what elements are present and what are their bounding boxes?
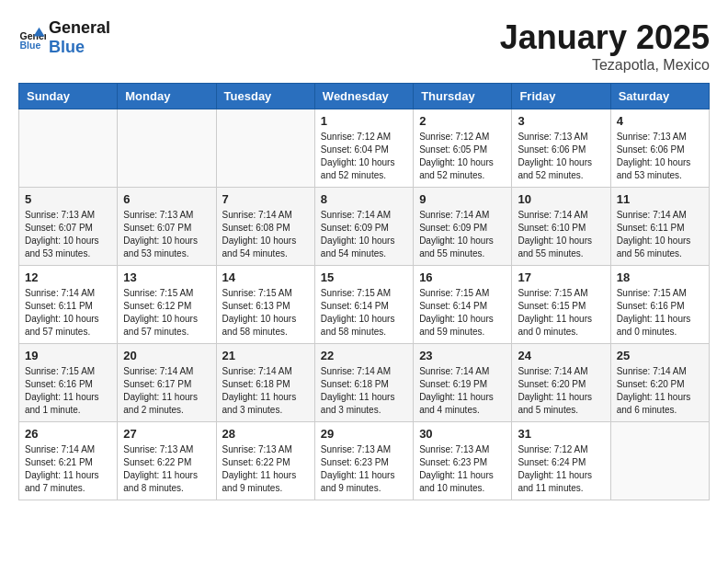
calendar-cell: 31Sunrise: 7:12 AMSunset: 6:24 PMDayligh… — [512, 422, 610, 500]
day-info: Sunrise: 7:13 AMSunset: 6:06 PMDaylight:… — [518, 131, 604, 182]
day-info: Sunrise: 7:14 AMSunset: 6:20 PMDaylight:… — [617, 365, 703, 417]
day-number: 11 — [617, 192, 703, 206]
calendar-week-1: 1Sunrise: 7:12 AMSunset: 6:04 PMDaylight… — [19, 109, 710, 188]
calendar-cell: 22Sunrise: 7:14 AMSunset: 6:18 PMDayligh… — [314, 344, 413, 422]
calendar-week-3: 12Sunrise: 7:14 AMSunset: 6:11 PMDayligh… — [19, 266, 710, 344]
day-info: Sunrise: 7:14 AMSunset: 6:11 PMDaylight:… — [617, 209, 703, 260]
day-number: 1 — [321, 114, 407, 128]
calendar-cell — [216, 109, 314, 188]
day-header-wednesday: Wednesday — [314, 84, 413, 109]
day-number: 28 — [222, 427, 309, 441]
day-info: Sunrise: 7:14 AMSunset: 6:17 PMDaylight:… — [123, 365, 210, 417]
calendar-cell: 30Sunrise: 7:13 AMSunset: 6:23 PMDayligh… — [414, 422, 512, 500]
calendar-cell: 14Sunrise: 7:15 AMSunset: 6:13 PMDayligh… — [216, 266, 314, 344]
day-info: Sunrise: 7:13 AMSunset: 6:23 PMDaylight:… — [419, 443, 506, 495]
calendar-cell — [610, 422, 709, 500]
calendar-cell: 17Sunrise: 7:15 AMSunset: 6:15 PMDayligh… — [512, 266, 610, 344]
calendar-week-4: 19Sunrise: 7:15 AMSunset: 6:16 PMDayligh… — [19, 344, 710, 422]
day-number: 20 — [123, 349, 210, 362]
title-block: January 2025 Tezapotla, Mexico — [500, 18, 710, 74]
day-number: 6 — [123, 192, 210, 206]
day-info: Sunrise: 7:14 AMSunset: 6:09 PMDaylight:… — [419, 209, 506, 260]
day-info: Sunrise: 7:14 AMSunset: 6:19 PMDaylight:… — [419, 365, 506, 417]
day-info: Sunrise: 7:14 AMSunset: 6:20 PMDaylight:… — [518, 365, 604, 417]
day-number: 25 — [617, 349, 703, 362]
day-number: 13 — [123, 270, 210, 284]
calendar-cell: 10Sunrise: 7:14 AMSunset: 6:10 PMDayligh… — [512, 188, 610, 266]
day-info: Sunrise: 7:13 AMSunset: 6:23 PMDaylight:… — [321, 443, 407, 495]
calendar-cell: 26Sunrise: 7:14 AMSunset: 6:21 PMDayligh… — [19, 422, 118, 500]
day-header-thursday: Thursday — [414, 84, 512, 109]
day-info: Sunrise: 7:13 AMSunset: 6:22 PMDaylight:… — [222, 443, 309, 495]
day-info: Sunrise: 7:15 AMSunset: 6:12 PMDaylight:… — [123, 287, 210, 339]
calendar-title: January 2025 — [500, 18, 710, 57]
logo: General Blue General Blue — [18, 18, 110, 57]
calendar-cell: 6Sunrise: 7:13 AMSunset: 6:07 PMDaylight… — [118, 188, 216, 266]
day-info: Sunrise: 7:14 AMSunset: 6:09 PMDaylight:… — [321, 209, 407, 260]
day-number: 22 — [321, 349, 407, 362]
calendar-cell: 8Sunrise: 7:14 AMSunset: 6:09 PMDaylight… — [314, 188, 413, 266]
day-info: Sunrise: 7:15 AMSunset: 6:14 PMDaylight:… — [419, 287, 506, 339]
day-info: Sunrise: 7:15 AMSunset: 6:16 PMDaylight:… — [25, 365, 111, 417]
day-number: 23 — [419, 349, 506, 362]
logo-text-general: General — [49, 18, 110, 38]
day-number: 21 — [222, 349, 309, 362]
day-number: 4 — [617, 114, 703, 128]
day-info: Sunrise: 7:13 AMSunset: 6:06 PMDaylight:… — [617, 131, 703, 182]
calendar-cell: 29Sunrise: 7:13 AMSunset: 6:23 PMDayligh… — [314, 422, 413, 500]
day-number: 18 — [617, 270, 703, 284]
day-number: 17 — [518, 270, 604, 284]
svg-text:Blue: Blue — [20, 40, 41, 51]
calendar-cell: 20Sunrise: 7:14 AMSunset: 6:17 PMDayligh… — [118, 344, 216, 422]
day-header-tuesday: Tuesday — [216, 84, 314, 109]
day-info: Sunrise: 7:14 AMSunset: 6:08 PMDaylight:… — [222, 209, 309, 260]
calendar-cell: 4Sunrise: 7:13 AMSunset: 6:06 PMDaylight… — [610, 109, 709, 188]
day-info: Sunrise: 7:14 AMSunset: 6:21 PMDaylight:… — [25, 443, 111, 495]
day-info: Sunrise: 7:14 AMSunset: 6:10 PMDaylight:… — [518, 209, 604, 260]
day-number: 3 — [518, 114, 604, 128]
calendar-cell: 21Sunrise: 7:14 AMSunset: 6:18 PMDayligh… — [216, 344, 314, 422]
day-header-friday: Friday — [512, 84, 610, 109]
calendar-cell: 9Sunrise: 7:14 AMSunset: 6:09 PMDaylight… — [414, 188, 512, 266]
day-number: 10 — [518, 192, 604, 206]
day-number: 8 — [321, 192, 407, 206]
calendar-cell: 16Sunrise: 7:15 AMSunset: 6:14 PMDayligh… — [414, 266, 512, 344]
logo-icon: General Blue — [18, 24, 46, 52]
day-header-saturday: Saturday — [610, 84, 709, 109]
calendar-cell: 28Sunrise: 7:13 AMSunset: 6:22 PMDayligh… — [216, 422, 314, 500]
day-number: 15 — [321, 270, 407, 284]
day-number: 12 — [25, 270, 111, 284]
day-header-sunday: Sunday — [19, 84, 118, 109]
calendar-cell: 19Sunrise: 7:15 AMSunset: 6:16 PMDayligh… — [19, 344, 118, 422]
day-info: Sunrise: 7:12 AMSunset: 6:05 PMDaylight:… — [419, 131, 506, 182]
day-number: 30 — [419, 427, 506, 441]
day-info: Sunrise: 7:15 AMSunset: 6:15 PMDaylight:… — [518, 287, 604, 339]
calendar-cell: 27Sunrise: 7:13 AMSunset: 6:22 PMDayligh… — [118, 422, 216, 500]
day-number: 7 — [222, 192, 309, 206]
calendar-week-2: 5Sunrise: 7:13 AMSunset: 6:07 PMDaylight… — [19, 188, 710, 266]
calendar-header: SundayMondayTuesdayWednesdayThursdayFrid… — [19, 84, 710, 109]
day-info: Sunrise: 7:13 AMSunset: 6:07 PMDaylight:… — [25, 209, 111, 260]
calendar-cell: 23Sunrise: 7:14 AMSunset: 6:19 PMDayligh… — [414, 344, 512, 422]
day-info: Sunrise: 7:15 AMSunset: 6:13 PMDaylight:… — [222, 287, 309, 339]
calendar-cell: 15Sunrise: 7:15 AMSunset: 6:14 PMDayligh… — [314, 266, 413, 344]
day-number: 14 — [222, 270, 309, 284]
day-number: 5 — [25, 192, 111, 206]
calendar-cell — [118, 109, 216, 188]
calendar-cell: 3Sunrise: 7:13 AMSunset: 6:06 PMDaylight… — [512, 109, 610, 188]
day-number: 16 — [419, 270, 506, 284]
calendar-cell — [19, 109, 118, 188]
calendar-cell: 25Sunrise: 7:14 AMSunset: 6:20 PMDayligh… — [610, 344, 709, 422]
day-info: Sunrise: 7:13 AMSunset: 6:22 PMDaylight:… — [123, 443, 210, 495]
day-number: 19 — [25, 349, 111, 362]
day-info: Sunrise: 7:14 AMSunset: 6:18 PMDaylight:… — [222, 365, 309, 417]
calendar-cell: 5Sunrise: 7:13 AMSunset: 6:07 PMDaylight… — [19, 188, 118, 266]
day-number: 26 — [25, 427, 111, 441]
calendar-cell: 18Sunrise: 7:15 AMSunset: 6:16 PMDayligh… — [610, 266, 709, 344]
calendar-cell: 11Sunrise: 7:14 AMSunset: 6:11 PMDayligh… — [610, 188, 709, 266]
calendar-cell: 2Sunrise: 7:12 AMSunset: 6:05 PMDaylight… — [414, 109, 512, 188]
calendar-cell: 13Sunrise: 7:15 AMSunset: 6:12 PMDayligh… — [118, 266, 216, 344]
calendar-cell: 24Sunrise: 7:14 AMSunset: 6:20 PMDayligh… — [512, 344, 610, 422]
calendar-body: 1Sunrise: 7:12 AMSunset: 6:04 PMDaylight… — [19, 109, 710, 500]
day-info: Sunrise: 7:13 AMSunset: 6:07 PMDaylight:… — [123, 209, 210, 260]
